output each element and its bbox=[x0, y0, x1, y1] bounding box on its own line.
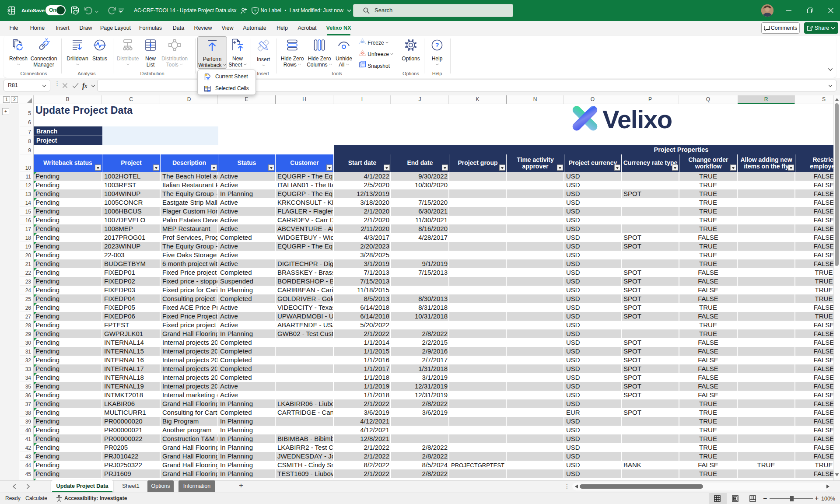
svg-text:?: ? bbox=[254, 8, 256, 13]
svg-text:Velixo: Velixo bbox=[602, 105, 672, 132]
svg-text:?: ? bbox=[435, 42, 439, 49]
